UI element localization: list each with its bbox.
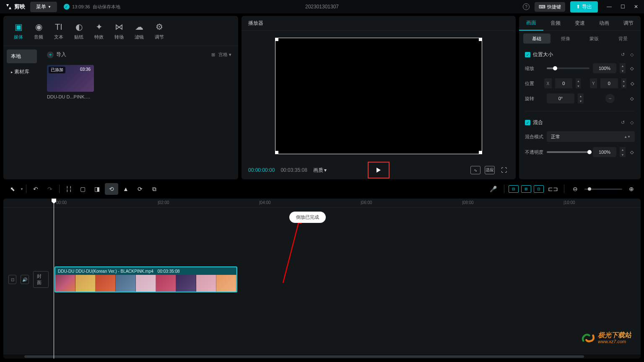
adjust-icon: ⚙ bbox=[154, 22, 164, 32]
timeline-clip-name: DDU-DU DDU-DU(Korean Ver.) - BLACKPINK.m… bbox=[58, 269, 153, 274]
clip-filename: DDU-DU D...PINK.mp4 bbox=[47, 94, 94, 99]
rotate-input[interactable]: 0° bbox=[547, 93, 574, 103]
ptab-adjust[interactable]: 调节 bbox=[616, 16, 641, 31]
ratio-button[interactable]: 适应 bbox=[485, 166, 495, 174]
opacity-slider[interactable] bbox=[547, 151, 589, 153]
timeline-clip[interactable]: DDU-DU DDU-DU(Korean Ver.) - BLACKPINK.m… bbox=[55, 266, 237, 292]
mirror-tool[interactable]: ▲ bbox=[119, 183, 132, 195]
tab-audio[interactable]: ◉音频 bbox=[31, 20, 46, 46]
y-input[interactable]: 0 bbox=[600, 78, 618, 88]
snap-cut[interactable]: ⊏⊐ bbox=[546, 183, 560, 195]
tab-transition[interactable]: ⋈转场 bbox=[112, 20, 127, 46]
media-clip[interactable]: 已添加 03:36 DDU-DU D...PINK.mp4 bbox=[47, 65, 94, 99]
total-time: 00:03:35:08 bbox=[280, 167, 307, 173]
keyframe-icon[interactable]: ◇ bbox=[629, 52, 635, 58]
scale-input[interactable]: 100% bbox=[593, 63, 616, 73]
tab-filter[interactable]: ☁滤镜 bbox=[132, 20, 147, 46]
tab-media[interactable]: ▣媒体 bbox=[11, 20, 26, 46]
close-button[interactable]: ✕ bbox=[633, 4, 639, 10]
current-time: 00:00:00:00 bbox=[248, 167, 275, 173]
fullscreen-button[interactable]: ⛶ bbox=[499, 166, 509, 174]
undo-button[interactable]: ↶ bbox=[29, 183, 42, 195]
rotate-keyframe[interactable]: ◇ bbox=[629, 96, 635, 101]
reset-icon[interactable]: ↺ bbox=[620, 52, 626, 58]
blend-mode-label: 混合模式 bbox=[525, 134, 543, 140]
pstab-basic[interactable]: 基础 bbox=[523, 34, 551, 44]
zoom-out[interactable]: ⊖ bbox=[569, 183, 582, 195]
blend-checkbox[interactable]: ✓ bbox=[525, 120, 530, 125]
import-button[interactable]: + 导入 bbox=[47, 51, 66, 58]
zoom-slider[interactable] bbox=[584, 189, 622, 190]
text-icon: TI bbox=[54, 22, 64, 32]
delete-tool[interactable]: ▢ bbox=[76, 183, 90, 195]
playhead[interactable] bbox=[54, 199, 54, 359]
view-mode-select[interactable]: 宫格 ▾ bbox=[218, 52, 231, 58]
play-button[interactable] bbox=[368, 162, 390, 178]
shortcut-button[interactable]: ⌨ 快捷键 bbox=[535, 2, 565, 12]
preview-canvas[interactable] bbox=[275, 38, 482, 154]
snap-main[interactable]: ⊟ bbox=[509, 185, 519, 193]
autosave-status: ✓ 13:09:36 自动保存本地 bbox=[64, 4, 120, 10]
select-tool[interactable]: ⬉ bbox=[6, 183, 19, 195]
timeline-clip-duration: 00:03:35:08 bbox=[158, 269, 180, 274]
ptab-audio[interactable]: 音频 bbox=[543, 16, 568, 31]
effects-icon: ✦ bbox=[94, 22, 104, 32]
crop-tool[interactable]: ◨ bbox=[91, 183, 104, 195]
zoom-in[interactable]: ⊕ bbox=[625, 183, 638, 195]
mic-button[interactable]: 🎤 bbox=[486, 183, 500, 195]
blend-label: 混合 bbox=[533, 119, 543, 126]
rotate-reset[interactable]: − bbox=[605, 94, 615, 103]
split-tool[interactable]: ╎╎ bbox=[62, 183, 75, 195]
opacity-input[interactable]: 100% bbox=[593, 147, 616, 157]
sidebar-item-library[interactable]: 素材库 bbox=[7, 65, 37, 79]
pstab-mask[interactable]: 蒙版 bbox=[581, 34, 608, 44]
filter-icon: ☁ bbox=[134, 22, 144, 32]
pstab-bg[interactable]: 背景 bbox=[610, 34, 637, 44]
ptab-anim[interactable]: 动画 bbox=[592, 16, 616, 31]
rotate-label: 旋转 bbox=[525, 96, 543, 102]
help-icon[interactable]: ? bbox=[523, 3, 530, 10]
crop-frame-tool[interactable]: ⧉ bbox=[148, 183, 161, 195]
sticker-icon: ◐ bbox=[74, 22, 84, 32]
scale-keyframe[interactable]: ◇ bbox=[629, 65, 635, 71]
menu-button[interactable]: 菜单▼ bbox=[30, 2, 57, 12]
blend-keyframe-icon[interactable]: ◇ bbox=[629, 120, 635, 126]
rotate-tool[interactable]: ⟳ bbox=[133, 183, 147, 195]
waveform-button[interactable]: ∿ bbox=[470, 166, 480, 174]
media-icon: ▣ bbox=[13, 22, 23, 32]
pstab-cutout[interactable]: 抠像 bbox=[552, 34, 579, 44]
tab-effects[interactable]: ✦特效 bbox=[91, 20, 106, 46]
maximize-button[interactable]: ☐ bbox=[620, 4, 626, 10]
lock-track-button[interactable]: ⊡ bbox=[8, 275, 16, 284]
opacity-keyframe[interactable]: ◇ bbox=[629, 149, 635, 155]
scale-slider[interactable] bbox=[547, 67, 589, 69]
grid-view-icon[interactable]: ⊞ bbox=[211, 52, 215, 57]
ptab-speed[interactable]: 变速 bbox=[568, 16, 592, 31]
mute-track-button[interactable]: 🔊 bbox=[21, 275, 29, 284]
blend-mode-select[interactable]: 正常▲▼ bbox=[547, 131, 635, 142]
export-button[interactable]: ⬆ 导出 bbox=[570, 1, 598, 13]
check-icon: ✓ bbox=[64, 4, 70, 10]
pos-keyframe[interactable]: ◇ bbox=[630, 80, 635, 86]
minimize-button[interactable]: — bbox=[606, 4, 612, 10]
tab-adjust[interactable]: ⚙调节 bbox=[152, 20, 167, 46]
redo-button[interactable]: ↷ bbox=[43, 183, 57, 195]
pos-size-checkbox[interactable]: ✓ bbox=[525, 52, 530, 57]
reverse-tool[interactable]: ⟲ bbox=[105, 183, 118, 195]
timeline-ruler[interactable]: 00:00 |02:00 |04:00 |06:00 |08:00 |10:00 bbox=[3, 199, 641, 208]
quality-select[interactable]: 画质 ▾ bbox=[313, 167, 327, 174]
tab-text[interactable]: TI文本 bbox=[51, 20, 66, 46]
blend-reset-icon[interactable]: ↺ bbox=[620, 120, 626, 126]
scale-up[interactable]: ▲ bbox=[620, 63, 626, 68]
snap-align[interactable]: ⊞ bbox=[521, 185, 531, 193]
app-logo: 剪映 bbox=[5, 3, 25, 10]
horizontal-scrollbar[interactable] bbox=[3, 354, 641, 359]
sidebar-item-local[interactable]: 本地 bbox=[7, 49, 37, 63]
scale-down[interactable]: ▼ bbox=[620, 68, 626, 73]
ptab-video[interactable]: 画面 bbox=[519, 16, 543, 31]
scale-label: 缩放 bbox=[525, 65, 543, 72]
tab-sticker[interactable]: ◐贴纸 bbox=[71, 20, 86, 46]
cover-button[interactable]: 封面 bbox=[33, 271, 49, 288]
snap-link[interactable]: ⊡ bbox=[534, 185, 544, 193]
x-input[interactable]: 0 bbox=[555, 78, 573, 88]
